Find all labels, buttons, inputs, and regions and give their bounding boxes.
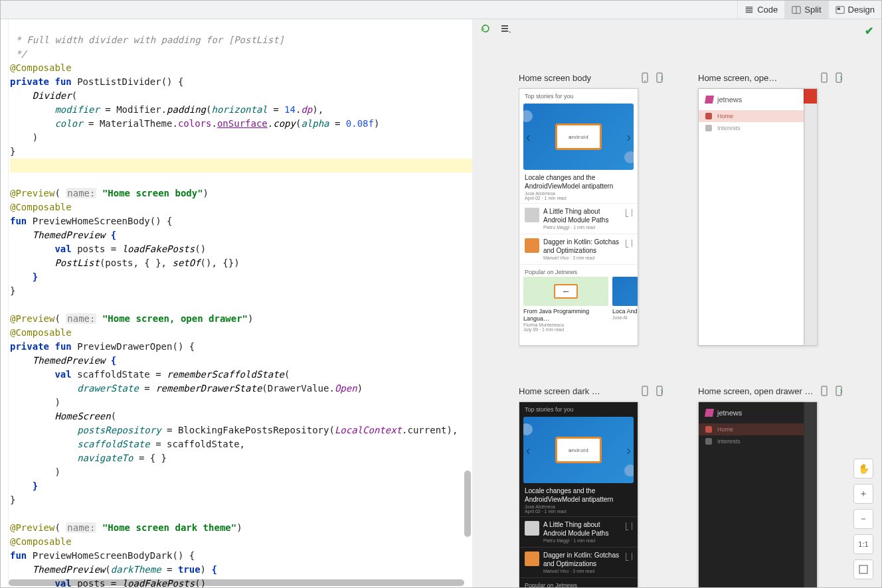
svg-rect-14 <box>822 386 827 396</box>
deploy-preview-icon[interactable] <box>819 386 830 396</box>
chevron-left-icon: ‹ <box>526 443 531 458</box>
editor-gutter <box>1 19 9 587</box>
svg-rect-4 <box>501 25 508 27</box>
svg-rect-16 <box>859 565 867 573</box>
thumbnail <box>525 208 539 222</box>
hero-image: ‹ android › <box>523 104 634 170</box>
app-logo-icon <box>705 409 714 417</box>
preview-device-light[interactable]: Top stories for you ‹ android › Locale c… <box>519 88 638 346</box>
zoom-reset-button[interactable]: 1:1 <box>853 534 873 554</box>
list-icon <box>705 438 712 445</box>
svg-rect-12 <box>642 386 648 396</box>
preview-pane: ✔ Home screen body Top stories for you <box>472 19 881 587</box>
nav-drawer: jetnews Home Interests <box>699 89 804 345</box>
bookmark-icon <box>626 240 632 248</box>
app-bar <box>802 402 817 417</box>
chevron-left-icon: ‹ <box>526 129 531 145</box>
preview-device-dark[interactable]: Top stories for you ‹ android › Locale c… <box>519 402 638 587</box>
list-icon <box>705 125 712 131</box>
pan-tool-button[interactable]: ✋ <box>853 459 873 478</box>
check-icon: ✔ <box>865 25 873 37</box>
code-content: * Full width divider with padding for [P… <box>10 19 472 587</box>
svg-rect-15 <box>836 386 841 396</box>
interactive-preview-icon[interactable] <box>654 386 665 396</box>
preview-zoom-controls: ✋ ＋ － 1:1 <box>853 459 873 579</box>
preview-toolbar <box>480 23 511 37</box>
card: Loca Andr Jose Al <box>612 277 638 332</box>
nav-drawer: jetnews Home Interests <box>699 402 804 587</box>
view-tab-code[interactable]: Code <box>737 1 784 19</box>
hero-image: ‹ android › <box>523 417 634 483</box>
preview-canvas[interactable]: Home screen body Top stories for you ‹ a… <box>519 72 868 587</box>
nav-item-home: Home <box>699 110 804 122</box>
svg-rect-11 <box>836 73 841 82</box>
list-item: Dagger in Kotlin: Gotchas and Optimizati… <box>519 234 638 264</box>
tab-label: Split <box>804 5 821 15</box>
svg-rect-6 <box>501 31 508 32</box>
interactive-preview-icon[interactable] <box>834 72 844 83</box>
post-author: Jose Alcérreca <box>525 191 632 196</box>
svg-rect-13 <box>657 386 662 396</box>
design-icon <box>836 5 845 15</box>
chevron-right-icon: › <box>626 443 631 458</box>
view-tab-design[interactable]: Design <box>828 1 881 19</box>
preview-name: Home screen, ope… <box>698 73 815 83</box>
zoom-out-button[interactable]: － <box>853 509 873 529</box>
code-editor[interactable]: ✔ 4 ⌃ ⌄ * Full width divider with paddin… <box>1 19 472 587</box>
interactive-preview-icon[interactable] <box>834 386 844 396</box>
settings-icon[interactable] <box>500 23 511 37</box>
preview-name: Home screen body <box>519 73 636 83</box>
preview-name: Home screen dark … <box>519 386 636 396</box>
zoom-in-button[interactable]: ＋ <box>853 484 873 504</box>
home-icon <box>705 426 712 433</box>
section-header: Top stories for you <box>519 402 638 415</box>
view-tab-split[interactable]: Split <box>784 1 828 19</box>
editor-scrollbar-vertical[interactable] <box>464 471 471 537</box>
tab-label: Code <box>757 5 778 15</box>
preview-status-ok[interactable]: ✔ <box>865 25 873 37</box>
preview-name: Home screen, open drawer dar… <box>698 386 815 396</box>
svg-point-8 <box>644 80 646 82</box>
home-icon <box>705 113 712 119</box>
tab-label: Design <box>848 5 875 15</box>
nav-item-home: Home <box>699 423 804 435</box>
bookmark-icon <box>626 209 632 217</box>
deploy-preview-icon[interactable] <box>819 72 830 83</box>
zoom-fit-button[interactable] <box>853 559 873 579</box>
list-item: A Little Thing about Android Module Path… <box>519 203 638 234</box>
app-logo-icon <box>705 96 714 104</box>
scrim <box>802 104 817 345</box>
nav-item-interests: Interests <box>699 122 804 134</box>
chevron-right-icon: › <box>626 129 631 145</box>
editor-scrollbar-horizontal[interactable] <box>9 579 464 586</box>
refresh-icon[interactable] <box>480 23 491 37</box>
card: ⟵ From Java Programming Langua… Florina … <box>523 277 608 332</box>
split-icon <box>792 5 801 15</box>
interactive-preview-icon[interactable] <box>654 72 665 83</box>
deploy-preview-icon[interactable] <box>640 386 650 396</box>
view-mode-toolbar: Code Split Design <box>1 1 881 19</box>
post-title: Locale changes and the AndroidViewModel … <box>525 174 632 190</box>
post-meta: April 02 · 1 min read <box>525 196 632 200</box>
thumbnail <box>525 238 539 253</box>
svg-rect-9 <box>657 73 662 82</box>
preview-device-drawer-light[interactable]: jetnews Home Interests <box>698 88 818 346</box>
svg-rect-10 <box>822 73 827 82</box>
app-bar <box>802 89 817 104</box>
scrim <box>802 417 817 587</box>
svg-rect-5 <box>501 28 508 29</box>
section-header: Popular on Jetnews <box>519 264 638 277</box>
deploy-preview-icon[interactable] <box>640 72 650 83</box>
lines-icon <box>745 5 754 15</box>
preview-device-drawer-dark[interactable]: jetnews Home Interests <box>698 402 818 587</box>
nav-item-interests: Interests <box>699 435 804 447</box>
svg-rect-3 <box>837 7 839 10</box>
section-header: Top stories for you <box>519 89 638 102</box>
